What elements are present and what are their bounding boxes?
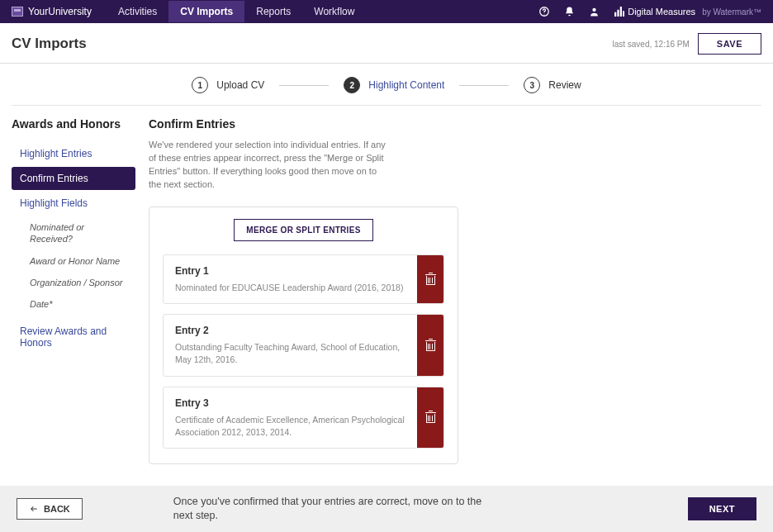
sidebar-sub-nominated[interactable]: Nominated or Received? [12,216,135,250]
trash-icon [426,340,435,351]
entry-body: Entry 2 Outstanding Faculty Teaching Awa… [164,315,417,375]
trash-icon [426,412,435,423]
brand-label: YourUniversity [28,6,92,17]
bell-icon[interactable] [563,6,575,17]
footer: BACK Once you've confirmed that your ent… [0,486,773,532]
step-highlight-content[interactable]: 2 Highlight Content [344,77,444,93]
sidebar-sub-organization[interactable]: Organization / Sponsor [12,272,135,293]
dm-by: by Watermark™ [702,7,761,17]
sidebar-item-confirm-entries[interactable]: Confirm Entries [12,167,135,190]
next-button[interactable]: NEXT [688,497,756,520]
dm-label: Digital Measures [628,7,695,17]
stepper: 1 Upload CV 2 Highlight Content 3 Review [12,64,761,106]
svg-point-2 [592,8,595,12]
delete-entry-button[interactable] [417,387,443,448]
entry-body: Entry 3 Certificate of Academic Excellen… [164,387,417,448]
sidebar-item-review[interactable]: Review Awards and Honors [12,320,135,354]
step-3-circle: 3 [524,77,540,93]
step-divider [279,85,329,86]
sidebar-sub-date[interactable]: Date* [12,293,135,315]
help-icon[interactable] [538,6,550,17]
trash-icon [426,274,435,285]
dm-icon [614,7,624,17]
step-1-circle: 1 [192,77,208,93]
delete-entry-button[interactable] [417,255,443,304]
delete-entry-button[interactable] [417,315,443,375]
entry-desc: Nominated for EDUCAUSE Leadership Award … [175,282,405,294]
nav-reports[interactable]: Reports [244,1,302,22]
entry-row: Entry 1 Nominated for EDUCAUSE Leadershi… [163,254,444,305]
step-upload-cv[interactable]: 1 Upload CV [192,77,264,93]
step-3-label: Review [548,79,581,91]
back-label: BACK [44,504,70,514]
user-icon[interactable] [588,6,600,17]
svg-rect-4 [618,10,619,17]
sidebar-item-highlight-fields[interactable]: Highlight Fields [12,192,135,215]
svg-rect-3 [614,12,616,17]
title-bar: CV Imports last saved, 12:16 PM SAVE [0,23,773,64]
entry-body: Entry 1 Nominated for EDUCAUSE Leadershi… [164,255,417,304]
main-content: Confirm Entries We've rendered your sele… [135,117,761,474]
merge-or-split-button[interactable]: MERGE OR SPLIT ENTRIES [234,219,372,241]
main-intro: We've rendered your selection into indiv… [149,139,388,192]
nav-cv-imports[interactable]: CV Imports [168,1,244,22]
sidebar-item-highlight-entries[interactable]: Highlight Entries [12,142,135,165]
entry-title: Entry 1 [175,265,405,277]
svg-point-1 [544,13,545,14]
svg-rect-5 [620,7,622,17]
last-saved: last saved, 12:16 PM [612,40,689,49]
entries-panel: MERGE OR SPLIT ENTRIES Entry 1 Nominated… [149,207,458,464]
back-button[interactable]: BACK [17,498,83,520]
step-divider [459,85,509,86]
nav-items: Activities CV Imports Reports Workflow [107,1,367,22]
sidebar-heading: Awards and Honors [12,117,135,131]
step-2-circle: 2 [344,77,360,93]
brand[interactable]: YourUniversity [12,6,92,17]
entry-desc: Certificate of Academic Excellence, Amer… [175,414,405,438]
main-heading: Confirm Entries [149,117,761,131]
step-1-label: Upload CV [216,79,264,91]
entry-row: Entry 2 Outstanding Faculty Teaching Awa… [163,314,444,376]
nav-workflow[interactable]: Workflow [302,1,366,22]
save-button[interactable]: SAVE [698,33,761,55]
svg-rect-6 [623,11,624,17]
top-nav: YourUniversity Activities CV Imports Rep… [0,0,773,23]
brand-icon [12,7,23,17]
nav-utility-icons [538,6,600,17]
nav-activities[interactable]: Activities [107,1,168,22]
footer-hint: Once you've confirmed that your entries … [173,495,487,524]
entry-title: Entry 3 [175,397,405,409]
sidebar: Awards and Honors Highlight Entries Conf… [12,117,135,474]
entry-row: Entry 3 Certificate of Academic Excellen… [163,387,444,449]
page-title: CV Imports [12,36,87,52]
digital-measures-brand[interactable]: Digital Measures by Watermark™ [614,7,761,17]
sidebar-sub-award-name[interactable]: Award or Honor Name [12,250,135,272]
arrow-left-icon [29,505,39,513]
step-review[interactable]: 3 Review [524,77,581,93]
step-2-label: Highlight Content [368,79,444,91]
entry-desc: Outstanding Faculty Teaching Award, Scho… [175,341,405,365]
body: Awards and Honors Highlight Entries Conf… [0,106,773,474]
entry-title: Entry 2 [175,325,405,336]
